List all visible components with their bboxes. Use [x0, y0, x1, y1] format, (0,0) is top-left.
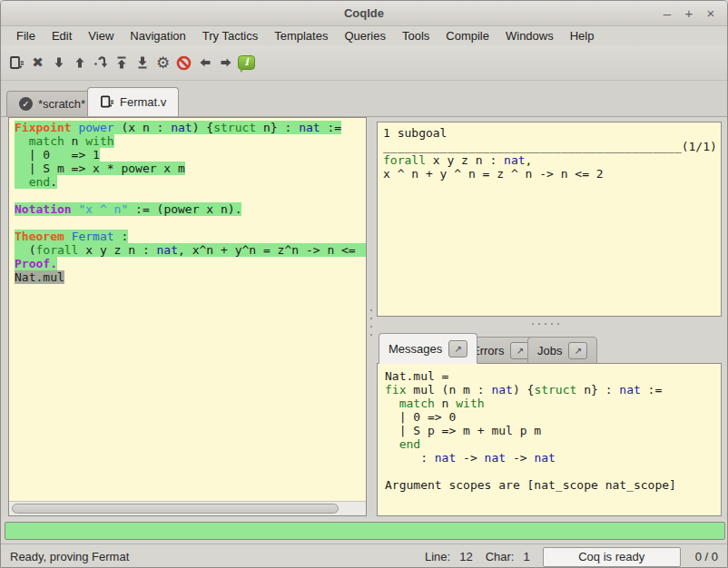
- tab-fermat[interactable]: Fermat.v: [87, 87, 179, 116]
- previous-button[interactable]: [194, 50, 215, 75]
- code-line: | 0 => 1: [15, 148, 366, 162]
- tab-jobs[interactable]: Jobs ↗: [527, 337, 597, 364]
- code-line: (forall x y z n : nat, x^n + y^n = z^n -…: [15, 243, 366, 257]
- tab-scratch[interactable]: ✓ *scratch*: [6, 91, 98, 116]
- arrow-up-icon: [73, 55, 87, 70]
- detach-icon[interactable]: ↗: [448, 340, 467, 357]
- menu-try-tactics[interactable]: Try Tactics: [194, 27, 266, 44]
- code-line: | S p => m + mul p m: [385, 424, 713, 437]
- window-title: CoqIde: [1, 6, 727, 20]
- go-to-end-button[interactable]: [132, 50, 152, 75]
- code-line: Fixpoint power (x n : nat) {struct n} : …: [15, 121, 366, 134]
- goal-panel[interactable]: 1 subgoal_______________________________…: [377, 122, 722, 317]
- check-circle-icon: ✓: [19, 97, 33, 111]
- menu-templates[interactable]: Templates: [266, 27, 336, 44]
- menu-compile[interactable]: Compile: [438, 27, 497, 44]
- status-text: Ready, proving Fermat: [10, 550, 129, 563]
- no-entry-icon: [176, 55, 192, 71]
- code-line: [15, 216, 366, 230]
- code-line: fix mul (n m : nat) {struct n} : nat :=: [385, 383, 713, 397]
- go-to-start-button[interactable]: [111, 50, 132, 75]
- menu-help[interactable]: Help: [562, 27, 603, 44]
- step-backward-button[interactable]: [69, 50, 90, 75]
- messages-content[interactable]: Nat.mul =fix mul (n m : nat) {struct n} …: [377, 363, 722, 516]
- save-file-icon: [9, 55, 25, 71]
- status-bar: Ready, proving Fermat Line: 12 Char: 1 C…: [1, 544, 727, 568]
- cancel-icon: ✖: [32, 54, 44, 71]
- char-label: Char:: [486, 550, 515, 563]
- coq-status-badge: Coq is ready: [543, 547, 681, 567]
- code-line: ________________________________________…: [383, 140, 715, 153]
- info-icon: i: [238, 55, 255, 70]
- code-line: [385, 465, 713, 478]
- save-button[interactable]: [6, 50, 27, 75]
- code-line: Theorem Fermat :: [15, 230, 366, 243]
- step-forward-button[interactable]: [48, 50, 69, 75]
- minimize-icon[interactable]: –: [658, 5, 676, 23]
- menu-queries[interactable]: Queries: [336, 27, 394, 44]
- tab-label: *scratch*: [38, 97, 85, 111]
- code-line: Proof.: [15, 257, 366, 270]
- arrow-to-bottom-icon: [135, 55, 150, 70]
- arrow-down-icon: [52, 55, 66, 70]
- code-line: Nat.mul =: [385, 369, 713, 383]
- about-button[interactable]: i: [236, 50, 257, 75]
- arrow-to-top-icon: [114, 55, 129, 70]
- goal-counter: 0 / 0: [695, 550, 718, 563]
- curved-arrow-icon: [93, 55, 108, 70]
- menu-tools[interactable]: Tools: [394, 27, 438, 44]
- interrupt-button[interactable]: [173, 50, 194, 75]
- tab-label: Fermat.v: [120, 95, 166, 109]
- progress-bar: [5, 522, 725, 540]
- tab-label: Jobs: [537, 344, 562, 357]
- close-buffer-button[interactable]: ✖: [27, 50, 48, 75]
- code-line: 1 subgoal: [383, 126, 715, 140]
- menu-navigation[interactable]: Navigation: [122, 27, 193, 44]
- save-file-icon: [100, 94, 114, 110]
- menu-file[interactable]: File: [8, 27, 44, 44]
- code-line: match n with: [385, 397, 713, 410]
- menu-windows[interactable]: Windows: [497, 27, 562, 44]
- vertical-paned-handle[interactable]: [369, 309, 374, 336]
- menu-bar: File Edit View Navigation Try Tactics Te…: [1, 26, 727, 45]
- code-line: : nat -> nat -> nat: [385, 451, 713, 465]
- code-line: Notation "x ^ n" := (power x n).: [15, 202, 366, 216]
- line-label: Line:: [425, 550, 450, 563]
- horizontal-paned-handle[interactable]: [532, 323, 559, 325]
- code-line: | S m => x * power x m: [15, 162, 366, 175]
- coqide-window: CoqIde – + × File Edit View Navigation T…: [0, 0, 728, 568]
- arrow-right-icon: [219, 55, 233, 70]
- code-line: Nat.mul: [15, 270, 366, 284]
- source-editor-panel[interactable]: Fixpoint power (x n : nat) {struct n} : …: [8, 117, 367, 516]
- code-line: [15, 189, 366, 202]
- buffer-tab-bar: ✓ *scratch* Fermat.v: [1, 81, 727, 117]
- code-line: Argument scopes are [nat_scope nat_scope…: [385, 478, 713, 492]
- messages-notebook-tabs: Messages ↗ Errors ↗ Jobs ↗: [377, 329, 722, 364]
- code-line: end: [385, 437, 713, 451]
- source-editor[interactable]: Fixpoint power (x n : nat) {struct n} : …: [9, 118, 366, 501]
- code-line: forall x y z n : nat,: [383, 153, 715, 167]
- titlebar[interactable]: CoqIde – + ×: [1, 1, 727, 26]
- menu-edit[interactable]: Edit: [44, 27, 80, 44]
- line-value: 12: [459, 550, 472, 563]
- code-line: end.: [15, 175, 366, 189]
- code-line: x ^ n + y ^ n = z ^ n -> n <= 2: [383, 167, 715, 181]
- tab-label: Messages: [389, 342, 442, 356]
- arrow-left-icon: [198, 55, 212, 70]
- next-button[interactable]: [215, 50, 236, 75]
- gear-icon: ⚙: [156, 54, 170, 72]
- go-to-cursor-button[interactable]: [90, 50, 111, 75]
- tab-messages[interactable]: Messages ↗: [379, 333, 477, 364]
- menu-view[interactable]: View: [80, 27, 122, 44]
- fully-check-button[interactable]: ⚙: [152, 50, 173, 75]
- editor-hscrollbar-thumb[interactable]: [12, 504, 339, 514]
- main-area: Fixpoint power (x n : nat) {struct n} : …: [1, 117, 727, 518]
- close-icon[interactable]: ×: [702, 5, 720, 23]
- code-line: match n with: [15, 134, 366, 148]
- code-line: | 0 => 0: [385, 410, 713, 424]
- editor-hscrollbar[interactable]: [9, 501, 366, 515]
- toolbar: ✖ ⚙: [1, 45, 727, 81]
- detach-icon[interactable]: ↗: [568, 342, 587, 359]
- char-value: 1: [523, 550, 529, 563]
- maximize-icon[interactable]: +: [680, 5, 698, 23]
